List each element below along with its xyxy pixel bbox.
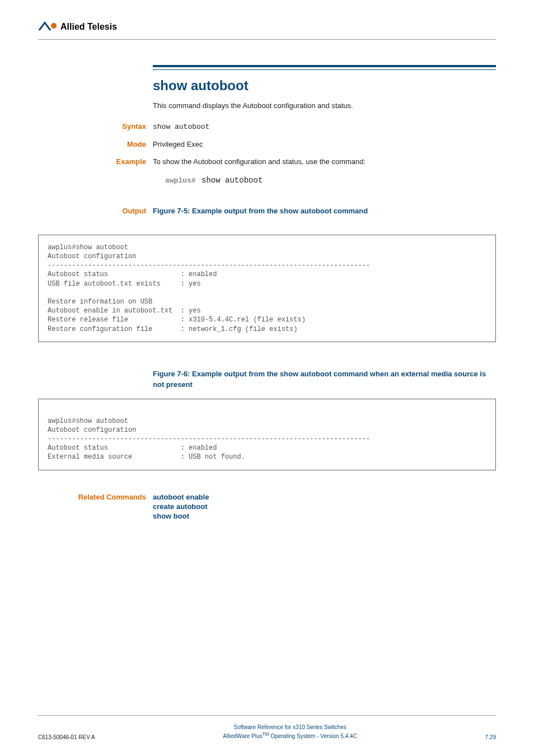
footer-rule bbox=[38, 715, 496, 716]
svg-marker-0 bbox=[38, 21, 51, 30]
footer-os-post: Operating System - Version 5.4.4C bbox=[269, 733, 357, 739]
heading-rule-thick bbox=[153, 65, 496, 67]
link-show-boot[interactable]: show boot bbox=[153, 512, 209, 520]
heading-rule-thin bbox=[153, 69, 496, 70]
footer-center: Software Reference for x310 Series Switc… bbox=[223, 724, 357, 740]
page-footer: C613-50046-01 REV A Software Reference f… bbox=[0, 715, 534, 740]
mode-text: Privileged Exec bbox=[153, 140, 496, 148]
output-row: Output Figure 7-5: Example output from t… bbox=[38, 206, 496, 226]
footer-product-line: Software Reference for x310 Series Switc… bbox=[234, 724, 346, 730]
example-command-line: awplus# show autoboot bbox=[165, 175, 496, 185]
footer-doc-id: C613-50046-01 REV A bbox=[38, 734, 95, 740]
link-create-autoboot[interactable]: create autoboot bbox=[153, 502, 209, 511]
link-autoboot-enable[interactable]: autoboot enable bbox=[153, 493, 209, 501]
syntax-text: show autoboot bbox=[153, 123, 496, 131]
page-content: show autoboot This command displays the … bbox=[0, 40, 534, 521]
cli-prompt: awplus# bbox=[165, 176, 196, 185]
allied-telesis-mark-icon bbox=[38, 21, 57, 32]
syntax-label: Syntax bbox=[38, 122, 153, 130]
output-label: Output bbox=[38, 207, 153, 215]
example-text: To show the Autoboot configuration and s… bbox=[153, 157, 496, 166]
svg-point-1 bbox=[51, 23, 57, 29]
footer-line: C613-50046-01 REV A Software Reference f… bbox=[38, 724, 496, 740]
example-label: Example bbox=[38, 157, 153, 166]
footer-tm: TM bbox=[263, 731, 269, 737]
page-header: Allied Telesis bbox=[0, 0, 534, 39]
brand-logo: Allied Telesis bbox=[38, 21, 496, 39]
figure-75-caption: Figure 7-5: Example output from the show… bbox=[153, 206, 496, 217]
related-commands-links: autoboot enable create autoboot show boo… bbox=[153, 493, 209, 521]
mode-row: Mode Privileged Exec bbox=[38, 140, 496, 148]
cli-command: show autoboot bbox=[202, 176, 263, 185]
brand-name: Allied Telesis bbox=[60, 22, 117, 32]
example-row: Example To show the Autoboot configurati… bbox=[38, 157, 496, 166]
mode-label: Mode bbox=[38, 140, 153, 148]
command-heading-block: show autoboot This command displays the … bbox=[153, 65, 496, 110]
related-commands-label: Related Commands bbox=[38, 493, 153, 501]
footer-os-pre: AlliedWare Plus bbox=[223, 733, 262, 739]
output-box-2: awplus#show autoboot Autoboot configurat… bbox=[38, 399, 496, 470]
related-commands-row: Related Commands autoboot enable create … bbox=[38, 493, 496, 521]
footer-page-number: 7.29 bbox=[485, 734, 496, 740]
command-description: This command displays the Autoboot confi… bbox=[153, 101, 496, 110]
output-box-1: awplus#show autoboot Autoboot configurat… bbox=[38, 235, 496, 342]
figure-76-caption: Figure 7-6: Example output from the show… bbox=[153, 369, 496, 390]
syntax-row: Syntax show autoboot bbox=[38, 122, 496, 131]
command-title: show autoboot bbox=[153, 78, 496, 94]
